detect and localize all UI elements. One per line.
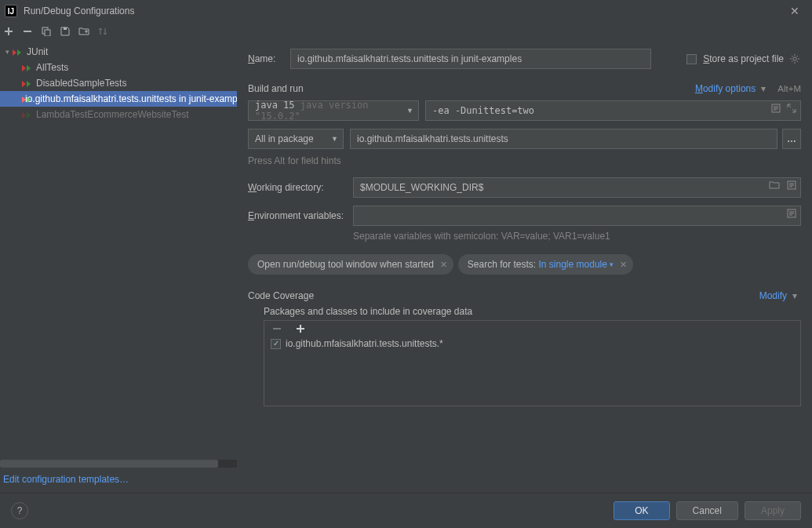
working-dir-label: Working directory: xyxy=(248,182,353,193)
package-input[interactable] xyxy=(350,129,777,149)
chevron-down-icon[interactable]: ▾ xyxy=(757,83,770,94)
dialog-title: Run/Debug Configurations xyxy=(24,5,784,16)
code-coverage-header: Code Coverage xyxy=(248,290,314,301)
chip-label: Search for tests: In single module xyxy=(468,259,607,270)
insert-macro-icon[interactable] xyxy=(785,180,798,190)
config-toolbar xyxy=(0,22,812,41)
remove-icon[interactable] xyxy=(22,26,33,37)
test-scope-select[interactable]: All in package ▼ xyxy=(248,129,344,149)
close-icon[interactable]: ✕ xyxy=(784,5,806,17)
junit-icon xyxy=(13,46,24,57)
add-icon[interactable] xyxy=(294,324,307,333)
gear-icon[interactable] xyxy=(788,53,801,64)
svg-point-4 xyxy=(793,57,796,60)
tree-item-lambdatest[interactable]: LambdaTestEcommerceWebsiteTest xyxy=(0,107,237,122)
edit-templates-link[interactable]: Edit configuration templates… xyxy=(0,468,237,493)
insert-macro-icon[interactable] xyxy=(770,104,782,113)
chip-remove-icon[interactable]: ✕ xyxy=(620,260,627,270)
coverage-list-label: Packages and classes to include in cover… xyxy=(264,306,801,317)
sort-icon[interactable] xyxy=(97,26,108,37)
build-and-run-header: Build and run xyxy=(248,83,304,94)
expand-icon[interactable] xyxy=(785,104,798,113)
chevron-down-icon[interactable]: ▾ xyxy=(788,290,801,301)
junit-icon xyxy=(22,78,33,89)
coverage-item-label: io.github.mfaisalkhatri.tests.unittests.… xyxy=(286,338,443,349)
chevron-down-icon[interactable]: ▾ xyxy=(2,48,13,56)
store-as-project-file-label: Store as project file xyxy=(703,53,784,64)
cancel-button[interactable]: Cancel xyxy=(676,501,738,520)
add-icon[interactable] xyxy=(3,26,14,37)
browse-package-button[interactable]: … xyxy=(782,129,801,149)
coverage-includes-panel: io.github.mfaisalkhatri.tests.unittests.… xyxy=(264,320,801,406)
browse-folder-icon[interactable] xyxy=(768,180,781,190)
jdk-selected: java 15 java version "15.0.2" xyxy=(255,100,402,122)
test-scope-selected: All in package xyxy=(255,133,314,144)
tree-item-label: io.github.mfaisalkhatri.tests.unittests … xyxy=(25,93,237,104)
coverage-item-checkbox[interactable] xyxy=(271,339,281,349)
junit-icon xyxy=(22,62,33,73)
folder-icon[interactable] xyxy=(78,26,89,37)
config-tree-panel: ▾ JUnit AllTests DisabledSampleTests io.… xyxy=(0,41,237,493)
coverage-item[interactable]: io.github.mfaisalkhatri.tests.unittests.… xyxy=(271,338,794,349)
remove-icon[interactable] xyxy=(271,324,283,333)
name-input[interactable] xyxy=(290,49,651,69)
tree-item-unittests[interactable]: io.github.mfaisalkhatri.tests.unittests … xyxy=(0,91,237,107)
intellij-logo-icon: IJ xyxy=(5,5,17,17)
coverage-modify-link[interactable]: Modify xyxy=(759,290,787,301)
tree-node-label: JUnit xyxy=(27,46,48,57)
svg-rect-3 xyxy=(64,27,67,30)
svg-rect-8 xyxy=(273,328,281,330)
vm-options-input[interactable] xyxy=(425,100,801,121)
config-editor: Name: Store as project file Build and ru… xyxy=(237,41,812,493)
ok-button[interactable]: OK xyxy=(614,501,669,520)
junit-icon xyxy=(22,109,33,120)
modify-options-link[interactable]: Modify options xyxy=(695,83,756,94)
env-vars-input[interactable] xyxy=(353,206,801,226)
env-vars-hint: Separate variables with semicolon: VAR=v… xyxy=(353,231,610,242)
chip-remove-icon[interactable]: ✕ xyxy=(440,260,447,270)
copy-icon[interactable] xyxy=(41,26,52,37)
chip-label: Open run/debug tool window when started xyxy=(257,259,434,270)
tree-item-alltests[interactable]: AllTests xyxy=(0,60,237,75)
tree-item-label: LambdaTestEcommerceWebsiteTest xyxy=(36,109,189,120)
save-icon[interactable] xyxy=(60,26,71,37)
chevron-down-icon: ▼ xyxy=(406,107,413,115)
tree-node-junit[interactable]: ▾ JUnit xyxy=(0,44,237,60)
tree-item-label: AllTests xyxy=(36,62,68,73)
field-hints-text: Press Alt for field hints xyxy=(248,155,341,166)
chip-open-tool-window[interactable]: Open run/debug tool window when started … xyxy=(248,254,453,275)
apply-button[interactable]: Apply xyxy=(745,501,801,520)
env-vars-label: Environment variables: xyxy=(248,210,353,221)
working-dir-input[interactable] xyxy=(353,177,801,198)
tree-item-disabledsampletests[interactable]: DisabledSampleTests xyxy=(0,75,237,91)
titlebar: IJ Run/Debug Configurations ✕ xyxy=(0,0,812,22)
edit-env-vars-icon[interactable] xyxy=(785,209,798,218)
jdk-select[interactable]: java 15 java version "15.0.2" ▼ xyxy=(248,100,419,121)
chip-search-tests[interactable]: Search for tests: In single module ▾ ✕ xyxy=(458,254,633,275)
config-tree[interactable]: ▾ JUnit AllTests DisabledSampleTests io.… xyxy=(0,41,237,460)
name-label: Name: xyxy=(248,53,290,64)
help-button[interactable]: ? xyxy=(11,502,28,519)
dialog-footer: ? OK Cancel Apply xyxy=(0,493,812,528)
modify-options-shortcut: Alt+M xyxy=(777,84,801,93)
svg-rect-2 xyxy=(45,30,50,36)
sidebar-scrollbar[interactable] xyxy=(0,460,237,468)
chevron-down-icon[interactable]: ▾ xyxy=(610,260,614,268)
svg-rect-0 xyxy=(24,31,31,32)
chevron-down-icon: ▼ xyxy=(331,135,338,143)
tree-item-label: DisabledSampleTests xyxy=(36,78,126,89)
store-as-project-file-checkbox[interactable] xyxy=(686,54,697,64)
